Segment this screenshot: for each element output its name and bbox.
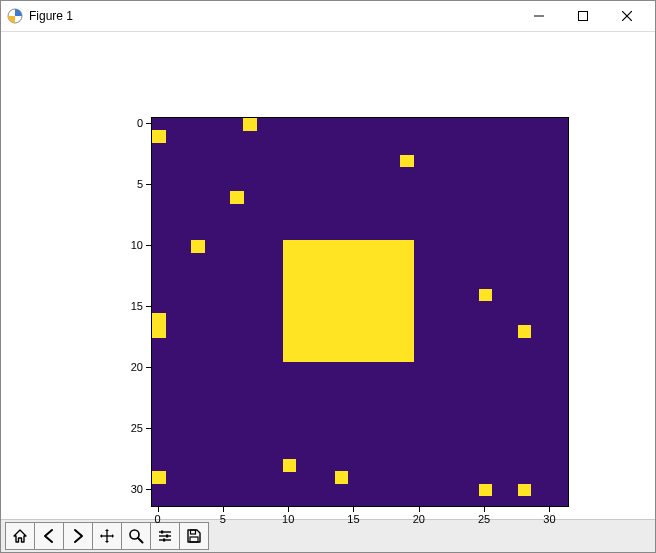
- heatmap-cell: [361, 252, 375, 265]
- window-title: Figure 1: [29, 9, 73, 23]
- heatmap-cell: [518, 484, 532, 497]
- heatmap-cell: [361, 325, 375, 338]
- heatmap-cell: [283, 337, 297, 350]
- heatmap-cell: [335, 289, 349, 302]
- heatmap-cell: [335, 240, 349, 253]
- y-tick-mark: [146, 184, 151, 185]
- heatmap-cell: [374, 350, 388, 363]
- heatmap-cell: [283, 264, 297, 277]
- heatmap-cell: [283, 325, 297, 338]
- heatmap-cell: [374, 313, 388, 326]
- heatmap-cell: [374, 240, 388, 253]
- heatmap-cell: [309, 337, 323, 350]
- y-tick-label: 20: [123, 361, 143, 373]
- heatmap-cell: [309, 301, 323, 314]
- heatmap-cell: [152, 471, 166, 484]
- heatmap-cell: [191, 240, 205, 253]
- heatmap-cell: [243, 118, 257, 131]
- title-bar: Figure 1: [1, 1, 655, 32]
- heatmap-cell: [400, 155, 414, 168]
- heatmap-cell: [322, 289, 336, 302]
- heatmap-cell: [361, 276, 375, 289]
- heatmap-cell: [335, 337, 349, 350]
- heatmap-cell: [296, 301, 310, 314]
- minimize-button[interactable]: [517, 2, 561, 30]
- heatmap-cell: [283, 350, 297, 363]
- svg-rect-14: [163, 539, 165, 542]
- heatmap-cell: [283, 313, 297, 326]
- heatmap-cell: [387, 313, 401, 326]
- y-tick-label: 15: [123, 300, 143, 312]
- heatmap-cell: [400, 289, 414, 302]
- heatmap-cell: [322, 264, 336, 277]
- x-tick-mark: [158, 507, 159, 512]
- heatmap-cell: [296, 240, 310, 253]
- heatmap-cell: [335, 264, 349, 277]
- heatmap-cell: [348, 337, 362, 350]
- heatmap-cell: [322, 313, 336, 326]
- y-tick-label: 25: [123, 422, 143, 434]
- heatmap-cell: [400, 350, 414, 363]
- app-icon: [7, 8, 23, 24]
- x-tick-label: 0: [154, 513, 160, 525]
- heatmap-cell: [296, 350, 310, 363]
- heatmap-cell: [387, 337, 401, 350]
- heatmap-cell: [283, 289, 297, 302]
- y-tick-mark: [146, 306, 151, 307]
- pan-button[interactable]: [92, 522, 122, 550]
- home-button[interactable]: [5, 522, 35, 550]
- heatmap-cell: [296, 337, 310, 350]
- y-tick-mark: [146, 123, 151, 124]
- heatmap-cell: [348, 350, 362, 363]
- heatmap-cell: [283, 459, 297, 472]
- svg-rect-15: [191, 530, 196, 534]
- heatmap-cell: [387, 240, 401, 253]
- heatmap-cell: [400, 301, 414, 314]
- heatmap-cell: [322, 240, 336, 253]
- heatmap-cell: [387, 276, 401, 289]
- heatmap-cell: [400, 337, 414, 350]
- y-tick-label: 30: [123, 483, 143, 495]
- heatmap-cell: [361, 313, 375, 326]
- heatmap-cell: [387, 264, 401, 277]
- heatmap-cell: [283, 276, 297, 289]
- x-tick-mark: [419, 507, 420, 512]
- heatmap-cell: [322, 350, 336, 363]
- heatmap-cell: [230, 191, 244, 204]
- forward-button[interactable]: [63, 522, 93, 550]
- save-button[interactable]: [179, 522, 209, 550]
- heatmap-cell: [296, 264, 310, 277]
- maximize-button[interactable]: [561, 2, 605, 30]
- heatmap-cell: [309, 289, 323, 302]
- y-tick-mark: [146, 489, 151, 490]
- back-button[interactable]: [34, 522, 64, 550]
- heatmap-cell: [400, 313, 414, 326]
- heatmap-cell: [348, 276, 362, 289]
- heatmap-cell: [152, 313, 166, 326]
- svg-rect-16: [190, 537, 198, 542]
- heatmap-cell: [309, 264, 323, 277]
- heatmap-cell: [322, 276, 336, 289]
- close-button[interactable]: [605, 2, 649, 30]
- heatmap-cell: [309, 252, 323, 265]
- configure-button[interactable]: [150, 522, 180, 550]
- heatmap-cell: [361, 240, 375, 253]
- svg-rect-13: [166, 535, 168, 538]
- x-tick-mark: [288, 507, 289, 512]
- plot-canvas[interactable]: 051015202530051015202530: [1, 32, 655, 519]
- heatmap-cell: [335, 252, 349, 265]
- heatmap-cell: [361, 264, 375, 277]
- heatmap-cell: [374, 337, 388, 350]
- heatmap-cell: [479, 484, 493, 497]
- heatmap-cell: [374, 276, 388, 289]
- heatmap-cell: [348, 240, 362, 253]
- zoom-button[interactable]: [121, 522, 151, 550]
- y-tick-mark: [146, 245, 151, 246]
- heatmap-cell: [335, 276, 349, 289]
- svg-rect-2: [579, 12, 588, 21]
- x-tick-mark: [223, 507, 224, 512]
- y-tick-mark: [146, 428, 151, 429]
- heatmap-cell: [283, 301, 297, 314]
- heatmap-cell: [322, 252, 336, 265]
- heatmap-cell: [152, 325, 166, 338]
